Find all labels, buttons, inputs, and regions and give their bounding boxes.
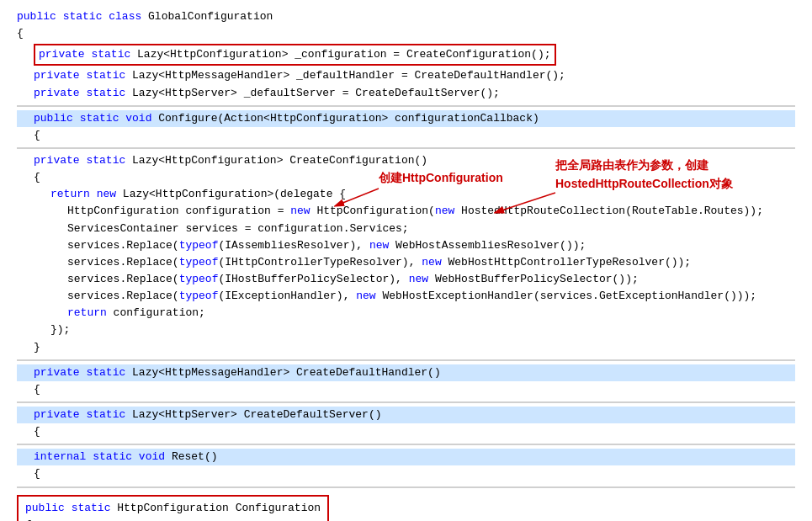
divider-5 (17, 444, 795, 445)
createconfig-sig: private static Lazy<HttpConfiguration> C… (17, 152, 795, 169)
internal-sig: internal static void Reset() (17, 449, 795, 465)
create-config-section: private static Lazy<HttpConfiguration> C… (17, 152, 795, 356)
configure-brace: { (17, 127, 795, 144)
divider-6 (17, 486, 795, 488)
fields-red-box: private static Lazy<HttpConfiguration> _… (34, 44, 556, 66)
config-body-2: ServicesContainer services = configurati… (17, 221, 795, 237)
config-body-7: return configuration; (17, 305, 795, 322)
createserver-brace: { (17, 423, 795, 440)
divider-2 (17, 147, 795, 149)
code-container: public static class GlobalConfiguration … (0, 0, 812, 521)
createhandler-brace: { (17, 381, 795, 398)
createhandler-sig: private static Lazy<HttpMessageHandler> … (17, 364, 795, 381)
config-body-3: services.Replace(typeof(IAssembliesResol… (17, 237, 795, 254)
class-header-line: public static class GlobalConfiguration (17, 8, 795, 25)
config-body-5: services.Replace(typeof(IHostBufferPolic… (17, 271, 795, 288)
field-line-1: private static Lazy<HttpConfiguration> _… (39, 46, 551, 63)
open-brace-top: { (17, 25, 795, 42)
config-body-6: services.Replace(typeof(IExceptionHandle… (17, 288, 795, 305)
createconfig-brace: { (17, 169, 795, 186)
public-config-sig: public static HttpConfiguration Configur… (25, 500, 321, 517)
config-body-4: services.Replace(typeof(IHttpControllerT… (17, 254, 795, 271)
field-line-2: private static Lazy<HttpMessageHandler> … (17, 67, 795, 84)
configure-sig-line: public static void Configure(Action<Http… (17, 110, 795, 127)
config-body-1: HttpConfiguration configuration = new Ht… (17, 203, 795, 220)
close-delegate: }); (17, 322, 795, 338)
field-line-3: private static Lazy<HttpServer> _default… (17, 85, 795, 102)
createserver-sig: private static Lazy<HttpServer> CreateDe… (17, 407, 795, 423)
public-config-brace: { (25, 517, 321, 521)
divider-3 (17, 359, 795, 361)
return-new-line: return new Lazy<HttpConfiguration>(deleg… (17, 186, 795, 203)
divider-4 (17, 401, 795, 403)
internal-brace: { (17, 465, 795, 482)
configuration-property-box: public static HttpConfiguration Configur… (17, 495, 329, 521)
close-createconfig: } (17, 339, 795, 356)
divider-1 (17, 105, 795, 107)
